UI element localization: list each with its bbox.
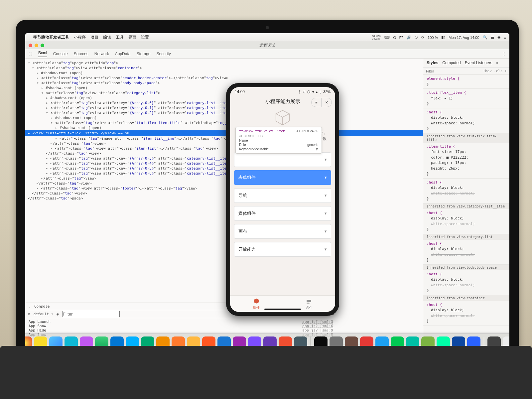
list-item[interactable]: 开放能力 ▾ [234, 242, 331, 257]
elements-selected-node[interactable]: ▸ <view class="ttui-flex__item">…</view>… [25, 130, 423, 136]
dock-app-chrome[interactable] [25, 336, 32, 350]
console-clear-icon[interactable]: ⊘ [28, 312, 30, 316]
menu-item[interactable]: 编辑 [103, 35, 111, 40]
elements-node[interactable]: <attr">class="tag">view attr">:key="{Arr… [25, 171, 423, 176]
dock-app-brave[interactable] [279, 336, 292, 350]
clock[interactable]: Mon 17. Aug 14:00 [449, 36, 479, 40]
list-item-selected[interactable]: 表单组件 ▾ [234, 170, 331, 185]
dock-app[interactable] [248, 336, 261, 350]
elements-node[interactable]: <attr">class="tag">view attr">class="ite… [25, 146, 423, 151]
css-rule[interactable]: ….ttui-flex__item { flex: ▸ 1;} [423, 89, 509, 108]
status-g-icon[interactable]: G [393, 36, 396, 40]
dock-app[interactable] [421, 336, 435, 350]
console-log[interactable]: app.js? [sm]:9App Hide [29, 328, 333, 332]
elements-node[interactable]: <attr">class="tag">image attr">class="it… [25, 136, 423, 141]
styles-filter-input[interactable] [426, 69, 481, 73]
css-rule[interactable]: …:host { display: block; white-space: no… [423, 240, 509, 265]
tab-computed[interactable]: Computed [442, 61, 461, 65]
elements-node[interactable]: </attr">class="tag">page> [25, 196, 423, 201]
tab-more-icon[interactable]: » [496, 61, 498, 65]
control-center-icon[interactable]: ☰ [491, 35, 494, 40]
elements-node[interactable]: </attr">class="tag">view> [25, 191, 423, 196]
tab-sources[interactable]: Sources [74, 52, 88, 56]
elements-node[interactable]: </attr">class="tag">view> [25, 141, 423, 146]
elements-node[interactable]: <attr">class="tag">view attr">:key="{Arr… [25, 110, 423, 115]
elements-node[interactable]: <attr">class="tag">view attr">class="cat… [25, 90, 423, 95]
tab-event-listeners[interactable]: Event Listeners [465, 61, 492, 65]
elements-node[interactable]: #shadow-root (open) [25, 115, 423, 120]
input-icon[interactable]: ⌨ [384, 35, 390, 40]
headphones-icon[interactable]: ᖰᖳ [399, 35, 403, 40]
tab-appdata[interactable]: AppData [115, 52, 131, 56]
dock-app[interactable] [467, 336, 480, 350]
dock-app[interactable] [65, 336, 78, 350]
siri-icon[interactable]: ◉ [497, 35, 501, 40]
minimize-icon[interactable] [35, 44, 38, 47]
dock-app[interactable] [437, 336, 450, 350]
tab-network[interactable]: Network [94, 52, 109, 56]
notifications-icon[interactable]: ≡ [504, 36, 506, 40]
inspect-icon[interactable]: ⬚ [29, 52, 32, 56]
drawer-title[interactable]: Console [34, 304, 50, 309]
menu-item[interactable]: 小程序 [74, 35, 86, 40]
dock-app[interactable] [503, 336, 509, 350]
breadcrumb-item[interactable]: view.category-list__item [173, 346, 226, 351]
app-name[interactable]: 字节跳动开发者工具 [33, 35, 69, 40]
console-log[interactable]: app.js? [sm]:3App Launch [29, 320, 333, 324]
elements-node[interactable]: <attr">class="tag">view attr">:key="{Arr… [25, 166, 423, 171]
elements-node[interactable]: <attr">class="tag">view attr">class="bod… [25, 80, 423, 85]
dock-app[interactable] [360, 336, 373, 350]
drawer-menu-icon[interactable]: ⋮ [28, 304, 32, 309]
dock-app[interactable] [263, 336, 277, 350]
breadcrumb-item[interactable]: page#app [28, 346, 46, 351]
tab-bxml[interactable]: Bxml [38, 51, 47, 57]
tab-overflow-icon[interactable]: ⋮ [502, 52, 506, 56]
traffic-lights[interactable] [29, 44, 44, 47]
css-rule[interactable]: …:host { display: block; white-space: no… [423, 209, 509, 234]
hov-toggle[interactable]: :hov [483, 69, 492, 73]
dock-app[interactable] [217, 336, 231, 350]
close-icon[interactable] [29, 44, 32, 47]
elements-node[interactable]: #shadow-root (open) [25, 70, 423, 75]
dock-app[interactable] [487, 336, 501, 350]
menu-icon[interactable]: ≡ [312, 98, 322, 107]
elements-node[interactable]: <attr">class="tag">view attr">:key="{Arr… [25, 156, 423, 161]
elements-node[interactable]: #shadow-root (open) [25, 85, 423, 90]
elements-node[interactable]: <attr">class="tag">view attr">:key="{Arr… [25, 105, 423, 110]
miniapp-capsule[interactable]: ≡ ✕ [311, 98, 332, 107]
battery-icon[interactable]: ▮▯ [441, 35, 445, 40]
menu-item[interactable]: 界面 [128, 35, 136, 40]
elements-node[interactable]: </attr">class="tag">view> [25, 181, 423, 186]
context-selector[interactable]: default ▾ [34, 312, 54, 316]
dock-app-twitter[interactable] [375, 336, 389, 350]
elements-panel[interactable]: <attr">class="tag">page attr">id="app"><… [25, 59, 423, 352]
sync-icon[interactable]: ⟳ [421, 35, 424, 40]
elements-node[interactable]: #shadow-root (open) [25, 125, 423, 130]
tab-console[interactable]: Console [53, 52, 68, 56]
breadcrumb-item[interactable]: view.category-list [130, 346, 170, 351]
elements-node[interactable]: <attr">class="tag">view attr">:key="{Arr… [25, 161, 423, 166]
close-icon[interactable]: ✕ [322, 98, 332, 107]
dock-app[interactable] [294, 336, 307, 350]
dock-app[interactable] [187, 336, 200, 350]
tab-security[interactable]: Security [156, 52, 171, 56]
android-nav-pill[interactable] [264, 309, 301, 310]
list-item[interactable]: 画布 ▾ [234, 224, 331, 239]
breadcrumb-item[interactable]: view.ttui-flex.item-title [229, 346, 285, 351]
dock-app[interactable] [406, 336, 419, 350]
dock-app[interactable] [80, 336, 93, 350]
menu-item[interactable]: 工具 [116, 35, 124, 40]
dock-app[interactable] [330, 336, 343, 350]
dock-app[interactable] [156, 336, 170, 350]
tab-storage[interactable]: Storage [136, 52, 150, 56]
new-rule-icon[interactable]: + [504, 69, 507, 73]
css-rule[interactable]: …:host { display: block; white-space: no… [423, 108, 509, 133]
dock-app[interactable] [34, 336, 47, 350]
dock-app[interactable] [345, 336, 358, 350]
list-item[interactable]: ▾ [234, 152, 331, 167]
eye-icon[interactable]: ◉ [57, 312, 59, 316]
dock-app[interactable] [49, 336, 63, 350]
cls-toggle[interactable]: .cls [494, 69, 503, 73]
elements-node[interactable]: <attr">class="tag">page attr">id="app"> [25, 61, 423, 66]
console-log[interactable]: app.js? [sm]:6App Show [29, 324, 333, 328]
